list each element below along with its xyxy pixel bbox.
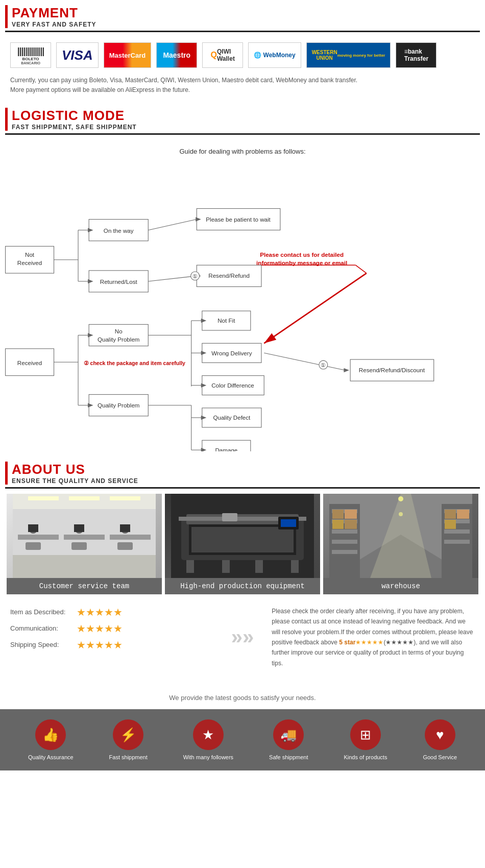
svg-text:①: ①: [321, 362, 326, 368]
flowchart: Not Received On the way Returned/Lost Pl…: [0, 165, 485, 451]
svg-rect-74: [28, 496, 59, 500]
svg-rect-111: [332, 510, 344, 519]
maestro-logo: Maestro: [156, 42, 197, 68]
svg-text:Quality Problem: Quality Problem: [98, 402, 140, 408]
rating-stars-item: ★★★★★: [77, 606, 123, 618]
svg-text:Resend/Refund/Discount: Resend/Refund/Discount: [359, 367, 425, 374]
bottom-icons-section: 👍 Quality Assurance ⚡ Fast shippment ★ W…: [0, 709, 485, 770]
payment-divider: [5, 31, 480, 32]
svg-rect-84: [71, 542, 87, 550]
svg-line-36: [148, 220, 197, 230]
svg-rect-89: [13, 555, 156, 578]
mastercard-logo: MasterCard: [104, 42, 152, 68]
svg-text:Wrong Delivery: Wrong Delivery: [211, 350, 252, 356]
rating-label-item: Item as Described:: [10, 608, 77, 616]
svg-rect-75: [69, 496, 100, 500]
svg-text:Resend/Refund: Resend/Refund: [208, 272, 250, 279]
arrow-right-wrapper: »»: [224, 606, 262, 668]
logistic-title: LOGISTIC MODE: [12, 108, 137, 124]
photo-machine: High-end production equipment: [165, 494, 320, 596]
svg-line-67: [264, 273, 367, 343]
double-arrow-right: »»: [231, 625, 254, 648]
about-title: ABOUT US: [12, 462, 138, 477]
svg-rect-79: [110, 535, 151, 540]
svg-rect-122: [445, 520, 456, 529]
svg-rect-114: [345, 520, 357, 529]
about-subtitle: ENSURE THE QUALITY AND SERVICE: [12, 477, 138, 485]
about-section: ABOUT US ENSURE THE QUALITY AND SERVICE: [0, 456, 485, 679]
many-followers-icon: ★: [193, 719, 224, 750]
svg-rect-99: [186, 560, 194, 573]
svg-text:Quality Problem: Quality Problem: [98, 336, 140, 343]
photo-warehouse: warehouse: [323, 494, 478, 596]
svg-text:Color Difference: Color Difference: [211, 382, 254, 389]
svg-rect-121: [457, 510, 469, 519]
bank-transfer-logo: ≡bankTransfer: [396, 42, 436, 68]
svg-rect-108: [332, 529, 357, 534]
photo-office: Customer service team: [7, 494, 162, 596]
svg-text:Not Fit: Not Fit: [217, 318, 235, 324]
ratings-right-text: Please check the order clearly after rec…: [272, 606, 475, 668]
photo-office-label: Customer service team: [7, 578, 162, 594]
payment-logos: ||||||||||||| BOLETO BANCARIO VISA Maste…: [0, 37, 485, 73]
payment-description: Currently, you can pay using Boleto, Vis…: [0, 73, 485, 103]
svg-point-125: [399, 512, 403, 516]
svg-rect-85: [117, 542, 133, 550]
logistic-header-text: LOGISTIC MODE FAST SHIPPMENT, SAFE SHIPP…: [12, 108, 137, 131]
svg-rect-88: [120, 524, 130, 532]
svg-text:Damage: Damage: [215, 447, 237, 451]
western-union-logo: WESTERNUNIONmoving money for better: [306, 42, 391, 68]
logistic-subtitle: FAST SHIPPMENT, SAFE SHIPPMENT: [12, 124, 137, 131]
svg-rect-113: [332, 520, 344, 529]
safe-shippment-icon: 🚚: [273, 719, 304, 750]
about-header: ABOUT US ENSURE THE QUALITY AND SERVICE: [0, 456, 485, 487]
svg-text:Please contact us for detailed: Please contact us for detailed: [260, 252, 344, 258]
svg-rect-118: [444, 529, 470, 534]
svg-text:On the way: On the way: [104, 227, 134, 234]
rating-stars-comm: ★★★★★: [77, 622, 123, 635]
svg-rect-110: [332, 550, 357, 554]
boleto-logo: ||||||||||||| BOLETO BANCARIO: [10, 42, 51, 68]
icon-fast-ship-label: Fast shippment: [109, 754, 148, 760]
svg-text:Please be patient to wait: Please be patient to wait: [206, 216, 271, 223]
rating-stars-ship: ★★★★★: [77, 639, 123, 651]
svg-text:No: No: [115, 328, 123, 335]
svg-rect-94: [222, 513, 237, 521]
ratings-star-text: 5 star: [339, 639, 355, 646]
icon-followers-label: With many followers: [183, 754, 233, 760]
svg-text:Returned/Lost: Returned/Lost: [100, 279, 138, 285]
rating-label-ship: Shipping Speed:: [10, 641, 77, 648]
svg-line-63: [264, 353, 345, 371]
kinds-products-icon: ⊞: [350, 719, 381, 750]
fast-shippment-icon: ⚡: [113, 719, 143, 750]
svg-text:Received: Received: [17, 359, 42, 366]
svg-rect-119: [444, 540, 470, 544]
svg-rect-100: [291, 560, 299, 573]
visa-logo: VISA: [56, 42, 99, 68]
icon-service-label: Good Service: [423, 754, 457, 760]
about-photos: Customer service team: [0, 494, 485, 596]
good-service-icon: ♥: [425, 719, 455, 750]
svg-line-71: [356, 266, 367, 274]
payment-title: PAYMENT: [12, 5, 96, 21]
photo-machine-label: High-end production equipment: [165, 578, 320, 594]
payment-desc-line1: Currently, you can pay using Boleto, Vis…: [10, 76, 475, 85]
svg-rect-86: [28, 524, 38, 532]
icon-quality: 👍 Quality Assurance: [28, 719, 74, 760]
ratings-left: Item as Described: ★★★★★ Communication: …: [10, 606, 213, 668]
svg-rect-109: [332, 540, 357, 544]
svg-rect-77: [18, 535, 59, 540]
tagline: We provide the latest goods to satisfy y…: [0, 679, 485, 709]
svg-rect-87: [74, 524, 84, 532]
payment-header: PAYMENT VERY FAST AND SAFETY: [0, 0, 485, 31]
svg-text:Not: Not: [25, 252, 35, 258]
ratings-inline-stars: ★★★★★: [355, 639, 383, 646]
svg-text:② check the package and item c: ② check the package and item carefully: [84, 360, 185, 366]
svg-marker-64: [344, 368, 349, 372]
svg-rect-120: [445, 510, 456, 519]
webmoney-logo: 🌐 WebMoney: [248, 42, 301, 68]
about-header-text: ABOUT US ENSURE THE QUALITY AND SERVICE: [12, 462, 138, 485]
svg-rect-83: [26, 542, 41, 550]
icon-service: ♥ Good Service: [423, 719, 457, 760]
svg-rect-102: [255, 560, 263, 573]
